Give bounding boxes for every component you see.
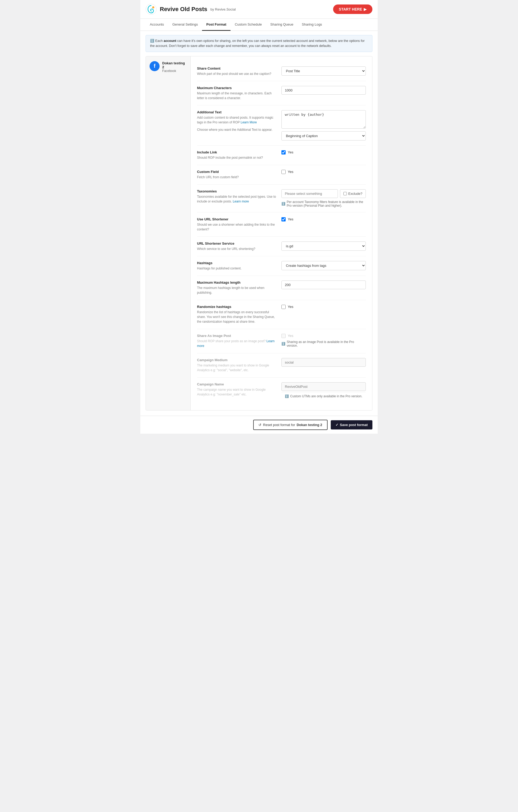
tab-post-format[interactable]: Post Format bbox=[202, 19, 230, 31]
include-link-desc: Should ROP include the post permalink or… bbox=[197, 155, 276, 160]
max-characters-desc: Maximum length of the message, in charac… bbox=[197, 91, 276, 100]
randomize-hashtags-checkbox-label[interactable]: Yes bbox=[281, 305, 366, 309]
info-box: ℹ️ Each account can have it's own option… bbox=[145, 35, 373, 52]
campaign-name-desc: The campaign name you want to show in Go… bbox=[197, 387, 276, 397]
taxonomy-input[interactable] bbox=[281, 189, 338, 198]
custom-field-checkbox[interactable] bbox=[281, 170, 285, 174]
reset-button[interactable]: ↺ Reset post format for Dokan testing 2 bbox=[253, 420, 327, 430]
max-characters-input[interactable] bbox=[281, 86, 366, 95]
additional-text-title: Additional Text bbox=[197, 110, 276, 114]
exclude-button[interactable]: Exclude? bbox=[340, 189, 366, 198]
additional-text-position-desc: Choose where you want the Additional Tex… bbox=[197, 127, 276, 132]
app-title: Revive Old Posts bbox=[160, 6, 207, 13]
account-name: Dokan testing 2 bbox=[162, 61, 187, 69]
utm-notice: ℹ️ Custom UTMs are only available in the… bbox=[281, 392, 366, 400]
setting-randomize-hashtags: Randomize hashtags Randomize the list of… bbox=[197, 300, 366, 329]
max-characters-title: Maximum Characters bbox=[197, 86, 276, 90]
include-link-title: Include Link bbox=[197, 150, 276, 154]
app-logo bbox=[145, 4, 157, 15]
tab-custom-schedule[interactable]: Custom Schedule bbox=[230, 19, 266, 31]
setting-share-image-post: Share As Image Post Should ROP share you… bbox=[197, 329, 366, 353]
exclude-checkbox[interactable] bbox=[344, 192, 347, 195]
url-shortener-desc: Should we use a shortener when adding th… bbox=[197, 222, 276, 232]
account-sidebar: f Dokan testing 2 Facebook bbox=[146, 56, 191, 410]
account-avatar: f bbox=[149, 61, 160, 71]
custom-field-desc: Fetch URL from custom field? bbox=[197, 175, 276, 179]
start-here-button[interactable]: START HERE ▶ bbox=[333, 4, 373, 14]
campaign-medium-input bbox=[281, 358, 366, 367]
share-image-pro-notice: ℹ️ Sharing as an Image Post is available… bbox=[281, 340, 366, 347]
max-hashtags-desc: The maximum hashtags length to be used w… bbox=[197, 286, 276, 295]
taxonomy-row: Exclude? bbox=[281, 189, 366, 198]
campaign-name-input bbox=[281, 382, 366, 391]
additional-text-position-select[interactable]: Beginning of Caption End of Caption bbox=[281, 131, 366, 141]
share-image-post-checkbox-label[interactable]: Yes bbox=[281, 334, 366, 338]
setting-max-hashtags: Maximum Hashtags length The maximum hash… bbox=[197, 276, 366, 300]
nav-tabs: Accounts General Settings Post Format Cu… bbox=[140, 19, 378, 31]
randomize-hashtags-checkbox[interactable] bbox=[281, 305, 285, 309]
hashtags-desc: Hashtags for published content. bbox=[197, 266, 276, 271]
taxonomies-learn-more[interactable]: Learn more bbox=[233, 200, 249, 203]
url-shortener-checkbox-label[interactable]: Yes bbox=[281, 217, 366, 222]
setting-url-shortener: Use URL Shortener Should we use a shorte… bbox=[197, 212, 366, 237]
hashtags-title: Hashtags bbox=[197, 261, 276, 265]
setting-url-shortener-service: URL Shortener Service Which service to u… bbox=[197, 237, 366, 256]
include-link-checkbox-label[interactable]: Yes bbox=[281, 150, 366, 154]
url-shortener-title: Use URL Shortener bbox=[197, 217, 276, 221]
share-content-title: Share Content bbox=[197, 66, 276, 70]
setting-hashtags: Hashtags Hashtags for published content.… bbox=[197, 256, 366, 276]
campaign-name-title: Campaign Name bbox=[197, 382, 276, 386]
app-header: Revive Old Posts by Revive.Social START … bbox=[140, 0, 378, 19]
account-info: Dokan testing 2 Facebook bbox=[162, 61, 187, 73]
footer-bar: ↺ Reset post format for Dokan testing 2 … bbox=[140, 416, 378, 434]
account-network: Facebook bbox=[162, 69, 187, 73]
share-image-post-desc: Should ROP share your posts as an image … bbox=[197, 339, 276, 348]
tab-sharing-queue[interactable]: Sharing Queue bbox=[266, 19, 298, 31]
share-image-post-checkbox bbox=[281, 334, 285, 338]
setting-campaign-name: Campaign Name The campaign name you want… bbox=[197, 378, 366, 405]
custom-field-checkbox-label[interactable]: Yes bbox=[281, 170, 366, 174]
share-content-select[interactable]: Post Title Post Content Post Excerpt bbox=[281, 66, 366, 76]
campaign-medium-title: Campaign Medium bbox=[197, 358, 276, 362]
svg-point-1 bbox=[152, 6, 154, 8]
randomize-hashtags-title: Randomize hashtags bbox=[197, 305, 276, 309]
include-link-checkbox[interactable] bbox=[281, 150, 285, 154]
additional-text-desc: Add custom content to shared posts. It s… bbox=[197, 115, 276, 125]
setting-taxonomies: Taxonomies Taxonomies available for the … bbox=[197, 184, 366, 212]
custom-field-title: Custom Field bbox=[197, 170, 276, 174]
setting-campaign-medium: Campaign Medium The marketing medium you… bbox=[197, 353, 366, 378]
share-image-post-title: Share As Image Post bbox=[197, 334, 276, 338]
randomize-hashtags-desc: Randomize the list of hashtags on every … bbox=[197, 310, 276, 324]
main-content: f Dokan testing 2 Facebook Share Content… bbox=[140, 56, 378, 416]
setting-include-link: Include Link Should ROP include the post… bbox=[197, 146, 366, 165]
tab-general-settings[interactable]: General Settings bbox=[168, 19, 202, 31]
url-shortener-service-title: URL Shortener Service bbox=[197, 241, 276, 245]
additional-text-textarea[interactable]: written by {author} bbox=[281, 110, 366, 129]
setting-max-characters: Maximum Characters Maximum length of the… bbox=[197, 81, 366, 106]
hashtags-select[interactable]: Create hashtags from tags No hashtags Cr… bbox=[281, 261, 366, 270]
url-shortener-checkbox[interactable] bbox=[281, 217, 285, 222]
save-button[interactable]: ✓ Save post format bbox=[331, 420, 373, 430]
max-hashtags-title: Maximum Hashtags length bbox=[197, 281, 276, 285]
taxonomies-pro-notice: ℹ️ Per account Taxonomy filters feature … bbox=[281, 200, 366, 207]
setting-additional-text: Additional Text Add custom content to sh… bbox=[197, 106, 366, 146]
max-hashtags-input[interactable] bbox=[281, 281, 366, 289]
taxonomies-desc: Taxonomies available for the selected po… bbox=[197, 194, 276, 204]
setting-share-content: Share Content Which part of the post sho… bbox=[197, 62, 366, 81]
campaign-medium-desc: The marketing medium you want to show in… bbox=[197, 363, 276, 373]
url-shortener-service-select[interactable]: is.gd bit.ly ow.ly bbox=[281, 241, 366, 251]
share-content-desc: Which part of the post should we use as … bbox=[197, 71, 276, 76]
setting-custom-field: Custom Field Fetch URL from custom field… bbox=[197, 165, 366, 184]
by-text: by Revive.Social bbox=[211, 7, 236, 11]
url-shortener-service-desc: Which service to use for URL shortening? bbox=[197, 246, 276, 251]
account-section: f Dokan testing 2 Facebook Share Content… bbox=[145, 56, 373, 410]
tab-accounts[interactable]: Accounts bbox=[145, 19, 168, 31]
taxonomies-title: Taxonomies bbox=[197, 189, 276, 193]
tab-sharing-logs[interactable]: Sharing Logs bbox=[298, 19, 326, 31]
settings-area: Share Content Which part of the post sho… bbox=[191, 56, 372, 410]
additional-text-learn-more[interactable]: Learn More bbox=[241, 120, 256, 124]
